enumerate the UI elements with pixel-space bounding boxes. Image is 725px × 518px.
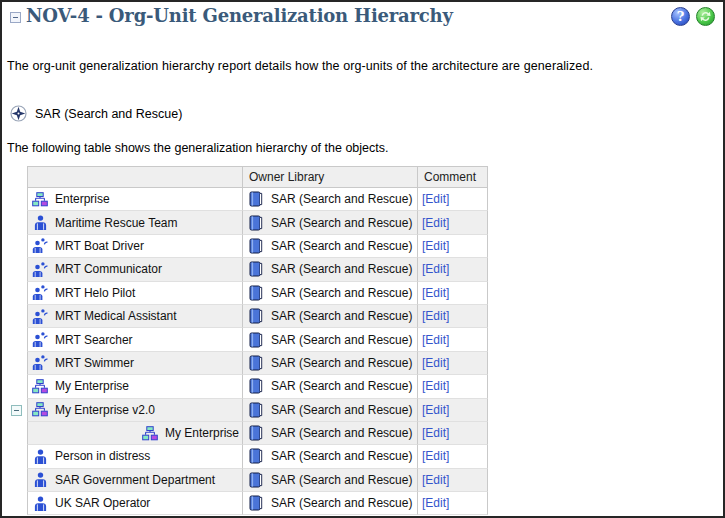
edit-link[interactable]: [Edit] (422, 449, 449, 463)
question-mark-icon: ? (677, 10, 685, 23)
table-header-row: Owner Library Comment (10, 166, 488, 188)
role-icon (31, 262, 49, 277)
comment-cell: [Edit] (418, 305, 488, 328)
collapse-section-icon[interactable] (10, 12, 21, 23)
org-unit-name: MRT Communicator (55, 262, 162, 276)
library-book-icon (247, 191, 265, 207)
comment-cell: [Edit] (418, 445, 488, 468)
edit-link[interactable]: [Edit] (422, 356, 449, 370)
org-unit-cell: MRT Boat Driver (27, 235, 243, 258)
comment-cell: [Edit] (418, 375, 488, 398)
person-icon (31, 449, 49, 464)
table-row: SAR Government Department SAR (Search an… (10, 469, 488, 492)
owner-library-cell: SAR (Search and Rescue) (243, 399, 418, 422)
library-book-icon (247, 215, 265, 231)
org-chart-icon (31, 402, 49, 417)
comment-cell: [Edit] (418, 258, 488, 281)
owner-library-name: SAR (Search and Rescue) (271, 192, 412, 206)
owner-library-cell: SAR (Search and Rescue) (243, 422, 418, 445)
owner-library-cell: SAR (Search and Rescue) (243, 305, 418, 328)
edit-link[interactable]: [Edit] (422, 239, 449, 253)
library-book-icon (247, 355, 265, 371)
comment-cell: [Edit] (418, 282, 488, 305)
comment-cell: [Edit] (418, 188, 488, 211)
table-row: Enterprise SAR (Search and Rescue) [Edit… (10, 188, 488, 211)
library-book-icon (247, 308, 265, 324)
role-icon (31, 285, 49, 300)
page-title: NOV-4 - Org-Unit Generalization Hierarch… (26, 5, 453, 26)
owner-library-name: SAR (Search and Rescue) (271, 379, 412, 393)
edit-link[interactable]: [Edit] (422, 192, 449, 206)
comment-cell: [Edit] (418, 352, 488, 375)
generalization-table: Owner Library Comment Enterprise SAR (Se… (10, 166, 488, 515)
comment-cell: [Edit] (418, 211, 488, 234)
owner-library-name: SAR (Search and Rescue) (271, 262, 412, 276)
table-caption: The following table shows the generaliza… (7, 141, 388, 155)
person-icon (31, 472, 49, 487)
row-gutter (10, 305, 27, 328)
edit-link[interactable]: [Edit] (422, 333, 449, 347)
role-icon (31, 309, 49, 324)
org-unit-cell: Person in distress (27, 445, 243, 468)
edit-link[interactable]: [Edit] (422, 473, 449, 487)
org-unit-name: UK SAR Operator (55, 496, 150, 510)
edit-link[interactable]: [Edit] (422, 286, 449, 300)
comment-cell: [Edit] (418, 399, 488, 422)
row-gutter (10, 375, 27, 398)
org-unit-cell: MRT Communicator (27, 258, 243, 281)
scope-item-label: SAR (Search and Rescue) (35, 107, 182, 121)
edit-link[interactable]: [Edit] (422, 426, 449, 440)
edit-link[interactable]: [Edit] (422, 379, 449, 393)
edit-link[interactable]: [Edit] (422, 309, 449, 323)
org-unit-cell: Enterprise (27, 188, 243, 211)
owner-library-cell: SAR (Search and Rescue) (243, 211, 418, 234)
library-book-icon (247, 425, 265, 441)
table-row: MRT Helo Pilot SAR (Search and Rescue) [… (10, 282, 488, 305)
org-unit-name: SAR Government Department (55, 473, 215, 487)
org-unit-name: MRT Helo Pilot (55, 286, 135, 300)
org-unit-name: My Enterprise (55, 379, 129, 393)
library-book-icon (247, 238, 265, 254)
refresh-button[interactable] (696, 7, 715, 26)
org-chart-icon (141, 426, 159, 441)
table-row: My Enterprise SAR (Search and Rescue) [E… (10, 422, 488, 445)
org-chart-icon (31, 192, 49, 207)
role-icon (31, 355, 49, 370)
compass-icon (10, 105, 27, 122)
edit-link[interactable]: [Edit] (422, 496, 449, 510)
help-button[interactable]: ? (671, 7, 690, 26)
owner-library-cell: SAR (Search and Rescue) (243, 469, 418, 492)
edit-link[interactable]: [Edit] (422, 262, 449, 276)
edit-link[interactable]: [Edit] (422, 403, 449, 417)
owner-library-cell: SAR (Search and Rescue) (243, 188, 418, 211)
row-gutter (10, 399, 27, 422)
owner-library-cell: SAR (Search and Rescue) (243, 258, 418, 281)
org-unit-name: MRT Searcher (55, 333, 133, 347)
owner-library-name: SAR (Search and Rescue) (271, 403, 412, 417)
table-row: MRT Searcher SAR (Search and Rescue) [Ed… (10, 328, 488, 351)
org-unit-cell: SAR Government Department (27, 469, 243, 492)
role-icon (31, 238, 49, 253)
comment-cell: [Edit] (418, 492, 488, 515)
library-book-icon (247, 448, 265, 464)
owner-library-cell: SAR (Search and Rescue) (243, 375, 418, 398)
table-row: MRT Medical Assistant SAR (Search and Re… (10, 305, 488, 328)
comment-cell: [Edit] (418, 422, 488, 445)
owner-library-name: SAR (Search and Rescue) (271, 333, 412, 347)
org-unit-name: My Enterprise v2.0 (55, 403, 155, 417)
collapse-row-icon[interactable] (11, 405, 22, 416)
org-unit-cell: Maritime Rescue Team (27, 211, 243, 234)
org-unit-name: MRT Medical Assistant (55, 309, 177, 323)
report-page: NOV-4 - Org-Unit Generalization Hierarch… (0, 0, 725, 518)
row-gutter (10, 166, 27, 188)
org-unit-cell: UK SAR Operator (27, 492, 243, 515)
table-row: Maritime Rescue Team SAR (Search and Res… (10, 211, 488, 234)
owner-library-name: SAR (Search and Rescue) (271, 309, 412, 323)
row-gutter (10, 469, 27, 492)
owner-library-cell: SAR (Search and Rescue) (243, 282, 418, 305)
row-gutter (10, 328, 27, 351)
owner-library-name: SAR (Search and Rescue) (271, 449, 412, 463)
owner-library-name: SAR (Search and Rescue) (271, 473, 412, 487)
org-unit-cell: MRT Helo Pilot (27, 282, 243, 305)
edit-link[interactable]: [Edit] (422, 216, 449, 230)
